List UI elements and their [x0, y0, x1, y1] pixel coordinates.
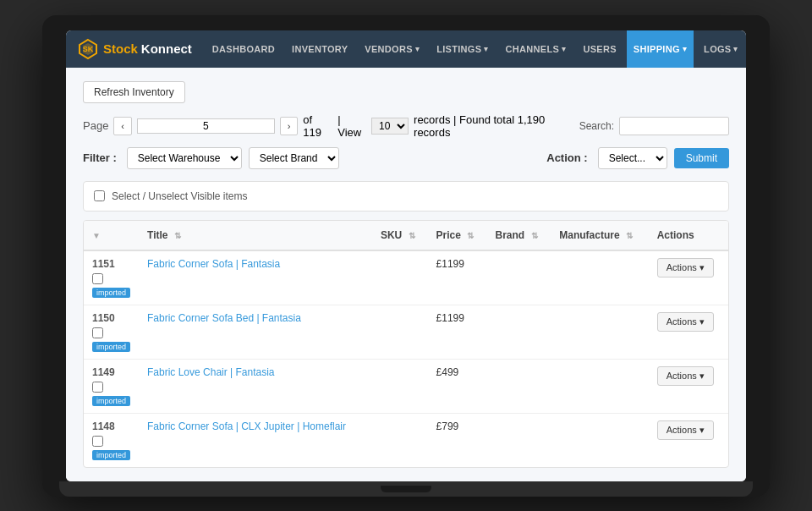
row-title-2: Fabric Love Chair | Fantasia [139, 359, 372, 413]
sku-sort-icon: ⇅ [409, 231, 415, 240]
nav-listings[interactable]: Listings▾ [430, 30, 495, 68]
row-id-3: 1148 [92, 420, 115, 432]
row-title-1: Fabric Corner Sofa Bed | Fantasia [139, 305, 372, 359]
row-actions-2: Actions ▾ [649, 359, 728, 413]
row-sku-0 [372, 250, 428, 305]
row-manufacture-3 [551, 413, 648, 467]
imported-badge-0: imported [92, 288, 130, 298]
row-checkbox-group-1: 1150 imported [92, 312, 130, 352]
title-sort-icon: ⇅ [174, 231, 181, 240]
main-content: Refresh Inventory Page ‹ › of 119 | View… [66, 68, 746, 481]
actions-button-1[interactable]: Actions ▾ [657, 312, 714, 332]
row-id-0: 1151 [92, 258, 115, 270]
row-checkbox-3[interactable] [92, 436, 103, 447]
total-pages: of 119 [303, 113, 332, 139]
row-id-cell-3: 1148 imported [84, 413, 139, 467]
row-price-0: £1199 [428, 250, 487, 305]
row-sku-1 [372, 305, 428, 359]
brand-logo[interactable]: SK StockKonnect [76, 37, 192, 61]
row-manufacture-0 [551, 250, 648, 305]
filter-action-row: Filter : Select Warehouse Select Brand A… [83, 147, 729, 169]
submit-button[interactable]: Submit [674, 148, 729, 168]
action-section: Action : Select... Submit [546, 147, 729, 169]
manufacture-sort-icon: ⇅ [626, 231, 633, 240]
title-link-1[interactable]: Fabric Corner Sofa Bed | Fantasia [147, 312, 301, 324]
title-link-2[interactable]: Fabric Love Chair | Fantasia [147, 366, 275, 378]
row-brand-0 [487, 250, 551, 305]
nav-channels[interactable]: Channels▾ [499, 30, 573, 68]
row-brand-2 [487, 359, 551, 413]
col-sku[interactable]: SKU ⇅ [372, 221, 428, 250]
col-title[interactable]: Title ⇅ [139, 221, 372, 250]
row-title-3: Fabric Corner Sofa | CLX Jupiter | Homef… [139, 413, 372, 467]
row-manufacture-1 [551, 305, 648, 359]
search-label: Search: [579, 120, 614, 132]
row-actions-1: Actions ▾ [649, 305, 728, 359]
col-checkbox: ▼ [84, 221, 139, 250]
brand-konnect: Konnect [141, 41, 192, 56]
col-brand[interactable]: Brand ⇅ [487, 221, 551, 250]
pagination-section: Page ‹ › of 119 | View 10 25 50 records … [83, 113, 579, 139]
title-link-3[interactable]: Fabric Corner Sofa | CLX Jupiter | Homef… [147, 420, 346, 432]
action-select[interactable]: Select... [598, 147, 667, 169]
table-row: 1148 imported Fabric Corner Sofa | CLX J… [84, 413, 728, 467]
filter-section: Filter : Select Warehouse Select Brand [83, 147, 339, 169]
imported-badge-1: imported [92, 342, 130, 352]
table-header-row: ▼ Title ⇅ SKU ⇅ Price [84, 221, 728, 250]
action-label: Action : [546, 151, 587, 164]
nav-dashboard[interactable]: Dashboard [206, 30, 282, 68]
nav-inventory[interactable]: Inventory [285, 30, 354, 68]
actions-button-2[interactable]: Actions ▾ [657, 366, 714, 386]
nav-logs[interactable]: Logs▾ [697, 30, 745, 68]
records-per-page-select[interactable]: 10 25 50 [371, 118, 409, 135]
inventory-table-container: ▼ Title ⇅ SKU ⇅ Price [83, 220, 729, 468]
inventory-table: ▼ Title ⇅ SKU ⇅ Price [84, 221, 728, 467]
row-price-2: £499 [428, 359, 487, 413]
table-row: 1150 imported Fabric Corner Sofa Bed | F… [84, 305, 728, 359]
next-page-button[interactable]: › [280, 117, 298, 135]
select-all-row: Select / Unselect Visible items [83, 181, 729, 212]
select-all-label: Select / Unselect Visible items [112, 190, 248, 202]
search-section: Search: [579, 117, 729, 135]
title-link-0[interactable]: Fabric Corner Sofa | Fantasia [147, 258, 280, 270]
row-price-3: £799 [428, 413, 487, 467]
toolbar-row: Refresh Inventory [83, 81, 729, 103]
nav-users[interactable]: Users [576, 30, 623, 68]
col-actions: Actions [649, 221, 728, 250]
row-id-1: 1150 [92, 312, 115, 324]
row-id-cell-2: 1149 imported [84, 359, 139, 413]
select-all-checkbox[interactable] [94, 190, 105, 201]
row-checkbox-2[interactable] [92, 382, 103, 393]
nav-shipping[interactable]: Shipping▾ [627, 30, 694, 68]
imported-badge-3: imported [92, 450, 130, 460]
navbar: SK StockKonnect Dashboard Inventory Vend… [66, 30, 746, 68]
actions-button-3[interactable]: Actions ▾ [657, 420, 714, 440]
row-checkbox-group-0: 1151 imported [92, 258, 130, 298]
col-manufacture[interactable]: Manufacture ⇅ [551, 221, 648, 250]
row-price-1: £1199 [428, 305, 487, 359]
actions-button-0[interactable]: Actions ▾ [657, 258, 714, 277]
col-price[interactable]: Price ⇅ [428, 221, 487, 250]
prev-page-button[interactable]: ‹ [113, 117, 131, 135]
row-manufacture-2 [551, 359, 648, 413]
warehouse-select[interactable]: Select Warehouse [127, 147, 242, 169]
table-row: 1149 imported Fabric Love Chair | Fantas… [84, 359, 728, 413]
screen: SK StockKonnect Dashboard Inventory Vend… [66, 30, 746, 481]
row-checkbox-1[interactable] [92, 327, 103, 338]
row-checkbox-0[interactable] [92, 273, 103, 284]
top-bar: Page ‹ › of 119 | View 10 25 50 records … [83, 113, 729, 139]
brand-select[interactable]: Select Brand [249, 147, 339, 169]
page-number-input[interactable] [137, 118, 275, 134]
row-id-cell-0: 1151 imported [84, 250, 139, 305]
imported-badge-2: imported [92, 396, 130, 406]
table-row: 1151 imported Fabric Corner Sofa | Fanta… [84, 250, 728, 305]
refresh-inventory-button[interactable]: Refresh Inventory [83, 81, 185, 103]
row-title-0: Fabric Corner Sofa | Fantasia [139, 250, 372, 305]
laptop-notch [381, 486, 431, 492]
laptop-frame: SK StockKonnect Dashboard Inventory Vend… [42, 15, 770, 497]
search-input[interactable] [619, 117, 729, 135]
records-info: records | Found total 1,190 records [414, 113, 579, 139]
nav-vendors[interactable]: Vendors▾ [358, 30, 426, 68]
svg-text:SK: SK [83, 45, 94, 53]
price-sort-icon: ⇅ [467, 231, 474, 240]
